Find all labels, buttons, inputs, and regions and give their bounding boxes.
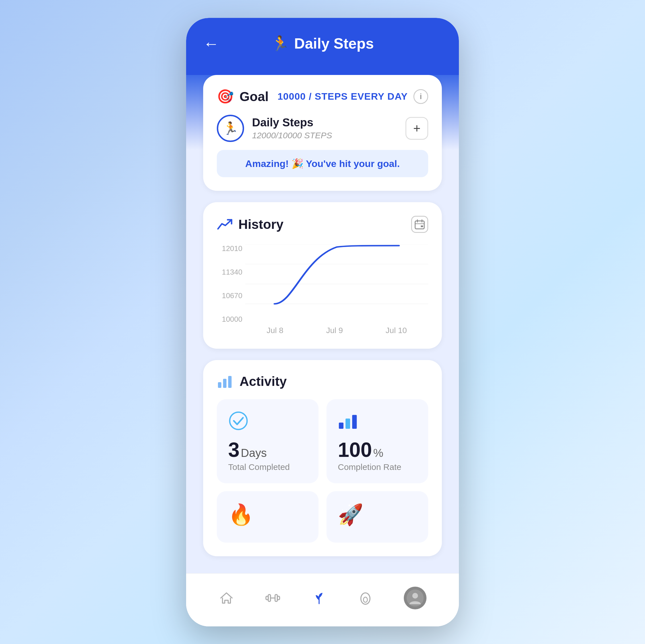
goal-title-group: 🎯 Goal — [217, 89, 268, 104]
avocado-icon — [358, 590, 373, 606]
svg-point-24 — [412, 593, 418, 599]
rocket-icon-wrapper: 🚀 — [338, 503, 417, 527]
success-message: Amazing! 🎉 You've hit your goal. — [217, 150, 428, 177]
svg-point-22 — [364, 597, 367, 602]
completion-rate-tile: 100 % Completion Rate — [327, 399, 428, 483]
x-label-1: Jul 9 — [326, 326, 343, 335]
x-label-0: Jul 8 — [266, 326, 283, 335]
x-axis-labels: Jul 8 Jul 9 Jul 10 — [245, 326, 428, 335]
completion-rate-number: 100 — [338, 438, 372, 461]
goal-item-name: Daily Steps — [252, 116, 406, 129]
goal-header: 🎯 Goal 10000 / STEPS EVERY DAY i — [217, 89, 428, 104]
svg-rect-11 — [228, 376, 232, 388]
tile-number-row: 3 Days — [228, 439, 307, 460]
bottom-navigation — [186, 573, 459, 626]
nav-profile[interactable] — [398, 584, 432, 612]
calendar-button[interactable] — [411, 216, 428, 233]
app-header: ← 🏃 Daily Steps — [186, 18, 459, 75]
goal-item-info: Daily Steps 12000/10000 STEPS — [252, 116, 406, 140]
history-title-group: History — [217, 217, 283, 232]
bar-chart-icon — [338, 411, 358, 431]
goal-value: 10000 / STEPS EVERY DAY — [278, 91, 408, 102]
flame-icon: 🔥 — [228, 503, 254, 526]
trend-up-icon — [217, 218, 233, 231]
flame-icon-wrapper: 🔥 — [228, 503, 307, 527]
checkmark-icon — [228, 411, 249, 431]
plant-icon — [311, 590, 327, 606]
flame-tile: 🔥 — [217, 491, 318, 543]
phone-frame: ← 🏃 Daily Steps 🎯 Goal 10000 / STEPS EVE… — [186, 18, 459, 626]
nav-plant[interactable] — [305, 587, 333, 609]
svg-rect-4 — [421, 226, 423, 227]
y-label-2: 11340 — [217, 268, 242, 277]
svg-rect-10 — [223, 379, 226, 388]
completion-rate-unit: % — [373, 447, 384, 459]
goal-section-label: Goal — [239, 89, 268, 104]
svg-rect-14 — [346, 418, 350, 428]
goal-card: 🎯 Goal 10000 / STEPS EVERY DAY i 🏃 Daily… — [203, 75, 442, 191]
target-icon: 🎯 — [217, 89, 234, 104]
gym-icon — [265, 590, 281, 606]
activity-bars-icon — [217, 374, 234, 389]
x-label-2: Jul 10 — [386, 326, 407, 335]
y-label-0: 10000 — [217, 315, 242, 324]
add-entry-button[interactable]: + — [406, 117, 428, 140]
svg-rect-15 — [352, 415, 357, 429]
y-axis-labels: 10000 10670 11340 12010 — [217, 244, 242, 324]
total-completed-unit: Days — [241, 447, 267, 459]
title-emoji: 🏃 — [271, 35, 289, 52]
title-text: Daily Steps — [294, 35, 374, 52]
page-title: 🏃 Daily Steps — [271, 35, 374, 52]
history-chart: 10000 10670 11340 12010 — [217, 244, 428, 335]
back-button[interactable]: ← — [203, 34, 219, 53]
total-completed-tile: 3 Days Total Completed — [217, 399, 318, 483]
bar-chart-icon-wrapper — [338, 411, 417, 435]
content-area: 🎯 Goal 10000 / STEPS EVERY DAY i 🏃 Daily… — [186, 75, 459, 573]
svg-rect-13 — [339, 422, 344, 429]
svg-point-12 — [230, 412, 247, 429]
tile-number-row-2: 100 % — [338, 439, 417, 460]
info-icon: i — [420, 92, 422, 101]
goal-item-row: 🏃 Daily Steps 12000/10000 STEPS + — [217, 115, 428, 142]
nav-home[interactable] — [213, 587, 240, 609]
nav-gym[interactable] — [259, 587, 286, 609]
profile-avatar — [404, 587, 427, 609]
home-icon — [218, 590, 234, 606]
activity-tiles-grid: 3 Days Total Completed — [217, 399, 428, 543]
history-section-label: History — [238, 217, 283, 232]
total-completed-label: Total Completed — [228, 462, 307, 472]
chart-svg-area — [245, 244, 428, 324]
y-label-3: 12010 — [217, 244, 242, 253]
goal-item-progress: 12000/10000 STEPS — [252, 130, 406, 140]
svg-rect-0 — [415, 221, 424, 229]
avatar-icon — [407, 590, 424, 607]
running-icon: 🏃 — [223, 121, 238, 136]
info-button[interactable]: i — [413, 89, 428, 104]
activity-card: Activity 3 Days Total Completed — [203, 360, 442, 556]
svg-rect-9 — [218, 382, 221, 388]
nav-avocado[interactable] — [352, 587, 379, 609]
line-chart-svg — [245, 244, 428, 324]
y-label-1: 10670 — [217, 291, 242, 300]
history-card: History 10000 10670 11340 — [203, 202, 442, 349]
goal-item-icon: 🏃 — [217, 115, 244, 142]
completion-rate-label: Completion Rate — [338, 462, 417, 472]
rocket-icon: 🚀 — [338, 503, 364, 526]
checkmark-icon-wrapper — [228, 411, 307, 435]
total-completed-number: 3 — [228, 438, 239, 461]
history-header: History — [217, 216, 428, 233]
activity-section-label: Activity — [239, 374, 287, 389]
calendar-icon-svg — [415, 219, 425, 230]
activity-header: Activity — [217, 374, 428, 389]
rocket-tile: 🚀 — [327, 491, 428, 543]
